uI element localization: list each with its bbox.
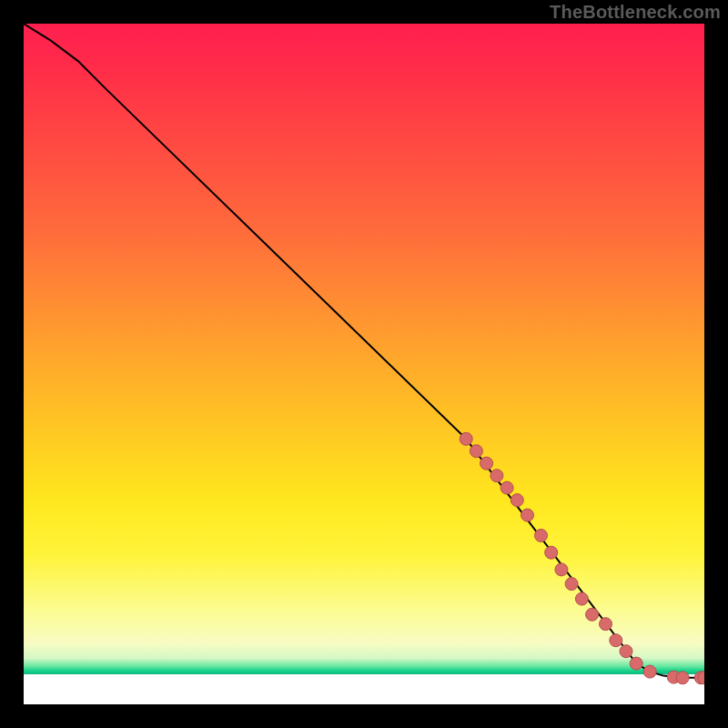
data-marker [565,578,578,591]
chart-frame: TheBottleneck.com [0,0,728,728]
bottleneck-curve [24,24,704,678]
data-marker [620,645,632,658]
data-marker [643,665,656,678]
data-marker [600,618,612,631]
data-marker [490,470,503,482]
data-marker [586,608,599,621]
watermark-text: TheBottleneck.com [550,2,721,23]
data-marker [630,657,642,670]
data-marker [480,457,493,470]
data-marker [511,494,523,507]
data-marker [535,530,548,542]
curve-svg [24,24,704,704]
data-marker [470,445,482,458]
data-marker [575,592,588,605]
data-marker [610,634,622,647]
data-marker [676,672,689,684]
data-marker [460,432,472,445]
marker-group [460,432,704,684]
plot-area [24,24,704,704]
data-marker [555,563,568,576]
data-marker [500,481,513,494]
data-marker [545,546,558,559]
data-marker [521,509,534,521]
